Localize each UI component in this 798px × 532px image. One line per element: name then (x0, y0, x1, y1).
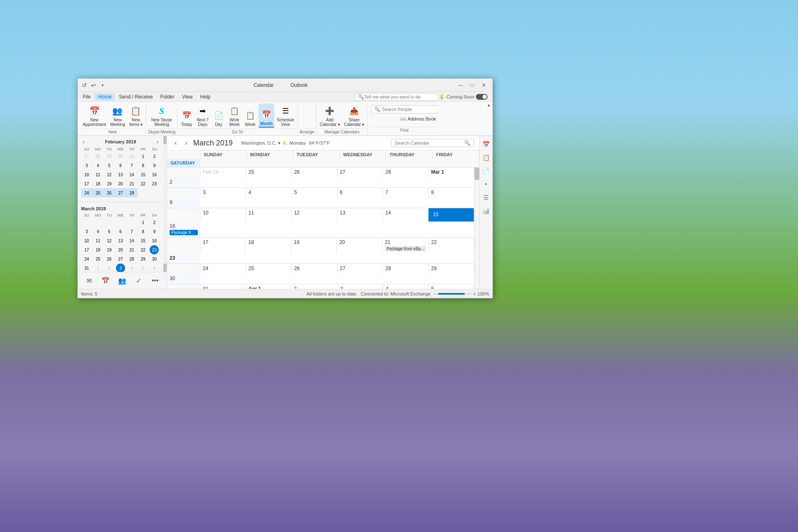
feb-day-14[interactable]: 14 (127, 170, 136, 179)
tell-me-search[interactable]: 🔍 (355, 93, 438, 101)
undo-icon[interactable]: ↩ (90, 82, 97, 89)
mar-day-4[interactable]: 4 (94, 227, 103, 236)
mar-day-15[interactable]: 15 (138, 236, 148, 245)
cell-mar26[interactable]: 26 (292, 264, 337, 274)
mar-day-30[interactable]: 30 (150, 254, 159, 264)
cell-feb27[interactable]: 27 (337, 167, 383, 177)
feb-day-5[interactable]: 5 (105, 161, 114, 170)
mar-day-27[interactable]: 27 (116, 254, 125, 264)
mar-day-19[interactable]: 19 (105, 245, 114, 254)
mar-day-apr1[interactable]: 1 (94, 264, 103, 272)
mar-day-14[interactable]: 14 (127, 236, 136, 245)
feb-day-7[interactable]: 7 (127, 161, 136, 170)
feb-day-26[interactable]: 26 (103, 188, 115, 197)
menu-help[interactable]: Help (197, 93, 214, 101)
mar-day-3[interactable]: 3 (82, 227, 91, 236)
cell-mar12[interactable]: 12 (292, 208, 337, 222)
sidebar-scroll-thumb-up[interactable] (163, 136, 167, 144)
sidebar-scroll-thumb-down[interactable] (163, 264, 167, 272)
mar-day-23[interactable]: 23 (150, 245, 159, 254)
feb-day-27[interactable]: 27 (115, 188, 126, 197)
menu-folder[interactable]: Folder (157, 93, 178, 101)
mar-day-8[interactable]: 8 (138, 227, 148, 236)
feb-day-28prev[interactable]: 28 (94, 152, 103, 161)
feb-day-15[interactable]: 15 (138, 170, 148, 179)
feb-day-31prev[interactable]: 31 (127, 152, 136, 161)
zoom-out-icon[interactable]: − (434, 291, 436, 296)
cell-mar8[interactable]: 8 (429, 188, 474, 198)
cal-next-btn[interactable]: › (182, 138, 190, 148)
cell-mar2[interactable]: 2 (167, 177, 200, 187)
feb-day-17[interactable]: 17 (82, 179, 91, 188)
mar-day-2[interactable]: 2 (150, 218, 159, 227)
cell-apr4[interactable]: 4 (383, 284, 429, 289)
mar-day-1[interactable]: 1 (138, 218, 148, 227)
feb-day-21[interactable]: 21 (127, 179, 136, 188)
side-panel-icon-2[interactable]: 📋 (481, 153, 491, 163)
mar-day-29[interactable]: 29 (138, 254, 148, 264)
menu-view[interactable]: View (179, 93, 196, 101)
mar-day-26[interactable]: 26 (105, 254, 114, 264)
feb-day-30prev[interactable]: 30 (116, 152, 125, 161)
search-people-box[interactable]: 🔍 (371, 105, 438, 113)
cal-search-icon[interactable]: 🔍 (464, 140, 470, 146)
week-btn[interactable]: 📋 Week (243, 103, 258, 128)
cell-mar11[interactable]: 11 (246, 208, 292, 222)
nav-tasks-btn[interactable]: ✓ (132, 274, 145, 287)
cell-apr3[interactable]: 3 11:00am Jeff Willi... (338, 284, 383, 289)
cell-apr2[interactable]: 2 Package from eBa... (291, 284, 338, 289)
mar-day-22[interactable]: 22 (138, 245, 148, 254)
cell-mar29[interactable]: 29 (429, 264, 474, 274)
feb-day-29prev[interactable]: 29 (105, 152, 114, 161)
feb-day-20[interactable]: 20 (116, 179, 125, 188)
tell-me-input[interactable] (364, 94, 431, 99)
cell-mar19[interactable]: 19 (291, 238, 337, 254)
cell-mar25[interactable]: 25 (246, 264, 292, 274)
refresh-icon[interactable]: ↺ (81, 82, 88, 89)
cell-mar7[interactable]: 7 (383, 188, 429, 198)
cal-prev-btn[interactable]: ‹ (172, 138, 179, 148)
ribbon-collapse-btn[interactable]: ▲ (485, 102, 493, 108)
feb-day-13[interactable]: 13 (116, 170, 125, 179)
cal-scroll-thumb[interactable] (475, 167, 479, 180)
cell-mar13[interactable]: 13 (337, 208, 383, 222)
mar-day-apr3[interactable]: 3 (116, 264, 125, 272)
cell-mar30[interactable]: 30 (167, 274, 200, 284)
feb-day-4[interactable]: 4 (94, 161, 103, 170)
feb-day-27prev[interactable]: 27 (82, 152, 91, 161)
feb-prev-btn[interactable]: ‹ (81, 138, 86, 145)
zoom-in-icon[interactable]: + (473, 291, 475, 296)
feb-day-25[interactable]: 25 (92, 188, 103, 197)
feb-day-10[interactable]: 10 (82, 170, 91, 179)
schedule-view-btn[interactable]: ☰ ScheduleView (275, 103, 296, 128)
feb-day-8[interactable]: 8 (138, 161, 148, 170)
feb-day-9[interactable]: 9 (150, 161, 159, 170)
feb-day-24[interactable]: 24 (81, 188, 92, 197)
mar-day-7[interactable]: 7 (127, 227, 136, 236)
cell-apr1[interactable]: Apr 1 (246, 284, 291, 289)
close-btn[interactable]: ✕ (478, 81, 489, 89)
side-panel-icon-6[interactable]: 📊 (481, 206, 491, 216)
cell-mar9[interactable]: 9 (167, 198, 200, 208)
menu-file[interactable]: File (79, 93, 94, 101)
side-panel-icon-3[interactable]: 📄 (481, 166, 491, 176)
work-week-btn[interactable]: 📋 WorkWeek (227, 103, 242, 128)
cell-feb26[interactable]: 26 (292, 167, 337, 177)
coming-soon-toggle[interactable] (476, 94, 488, 100)
cell-mar15[interactable]: 15 (429, 208, 474, 222)
new-meeting-btn[interactable]: 👥 NewMeeting (108, 103, 127, 128)
nav-mail-btn[interactable]: ✉ (83, 274, 96, 287)
event-mar16-1[interactable]: Package from eBa... (170, 230, 198, 235)
mar-day-31[interactable]: 31 (82, 264, 91, 272)
mar-day-apr5[interactable]: 5 (138, 264, 148, 272)
cell-feb24[interactable]: Feb 24 (200, 167, 246, 177)
menu-home[interactable]: Home (95, 93, 115, 101)
calendar-search-input[interactable] (395, 140, 463, 145)
mar-day-21[interactable]: 21 (127, 245, 136, 254)
cell-mar22[interactable]: 22 (429, 238, 474, 254)
cell-mar4[interactable]: 4 (246, 188, 292, 198)
feb-day-6[interactable]: 6 (116, 161, 125, 170)
mar-day-17[interactable]: 17 (82, 245, 91, 254)
mar-day-16[interactable]: 16 (150, 236, 159, 245)
cell-feb25[interactable]: 25 (246, 167, 292, 177)
